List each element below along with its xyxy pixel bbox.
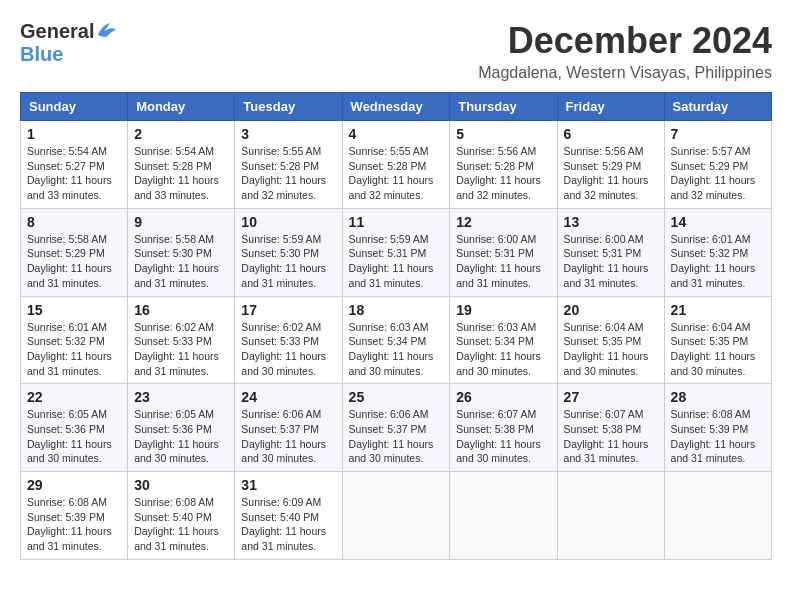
calendar-cell: 13Sunrise: 6:00 AM Sunset: 5:31 PM Dayli… [557,208,664,296]
title-section: December 2024 Magdalena, Western Visayas… [478,20,772,82]
calendar-cell [450,472,557,560]
calendar-cell: 29Sunrise: 6:08 AM Sunset: 5:39 PM Dayli… [21,472,128,560]
calendar-cell [342,472,450,560]
header: General Blue December 2024 Magdalena, We… [20,20,772,82]
logo: General Blue [20,20,118,66]
day-number: 12 [456,214,550,230]
day-info: Sunrise: 5:59 AM Sunset: 5:31 PM Dayligh… [349,232,444,291]
day-info: Sunrise: 5:54 AM Sunset: 5:27 PM Dayligh… [27,144,121,203]
calendar-week-1: 1Sunrise: 5:54 AM Sunset: 5:27 PM Daylig… [21,121,772,209]
day-info: Sunrise: 6:07 AM Sunset: 5:38 PM Dayligh… [564,407,658,466]
day-number: 6 [564,126,658,142]
day-info: Sunrise: 6:06 AM Sunset: 5:37 PM Dayligh… [241,407,335,466]
day-info: Sunrise: 5:56 AM Sunset: 5:29 PM Dayligh… [564,144,658,203]
calendar-cell: 24Sunrise: 6:06 AM Sunset: 5:37 PM Dayli… [235,384,342,472]
calendar-cell: 6Sunrise: 5:56 AM Sunset: 5:29 PM Daylig… [557,121,664,209]
day-info: Sunrise: 6:08 AM Sunset: 5:39 PM Dayligh… [27,495,121,554]
calendar-cell: 31Sunrise: 6:09 AM Sunset: 5:40 PM Dayli… [235,472,342,560]
calendar-cell: 5Sunrise: 5:56 AM Sunset: 5:28 PM Daylig… [450,121,557,209]
day-info: Sunrise: 6:04 AM Sunset: 5:35 PM Dayligh… [671,320,765,379]
day-info: Sunrise: 5:58 AM Sunset: 5:29 PM Dayligh… [27,232,121,291]
day-info: Sunrise: 6:09 AM Sunset: 5:40 PM Dayligh… [241,495,335,554]
day-info: Sunrise: 6:01 AM Sunset: 5:32 PM Dayligh… [671,232,765,291]
calendar-cell: 25Sunrise: 6:06 AM Sunset: 5:37 PM Dayli… [342,384,450,472]
calendar-cell: 12Sunrise: 6:00 AM Sunset: 5:31 PM Dayli… [450,208,557,296]
day-number: 1 [27,126,121,142]
day-info: Sunrise: 5:54 AM Sunset: 5:28 PM Dayligh… [134,144,228,203]
calendar-cell: 1Sunrise: 5:54 AM Sunset: 5:27 PM Daylig… [21,121,128,209]
calendar-week-3: 15Sunrise: 6:01 AM Sunset: 5:32 PM Dayli… [21,296,772,384]
day-number: 26 [456,389,550,405]
day-number: 25 [349,389,444,405]
logo-general-text: General [20,20,94,43]
calendar-cell: 11Sunrise: 5:59 AM Sunset: 5:31 PM Dayli… [342,208,450,296]
weekday-header-monday: Monday [128,93,235,121]
day-info: Sunrise: 5:57 AM Sunset: 5:29 PM Dayligh… [671,144,765,203]
day-number: 21 [671,302,765,318]
day-info: Sunrise: 5:56 AM Sunset: 5:28 PM Dayligh… [456,144,550,203]
day-number: 23 [134,389,228,405]
calendar-cell: 30Sunrise: 6:08 AM Sunset: 5:40 PM Dayli… [128,472,235,560]
calendar-cell [664,472,771,560]
day-info: Sunrise: 6:08 AM Sunset: 5:39 PM Dayligh… [671,407,765,466]
weekday-header-saturday: Saturday [664,93,771,121]
calendar-cell: 7Sunrise: 5:57 AM Sunset: 5:29 PM Daylig… [664,121,771,209]
day-number: 31 [241,477,335,493]
day-info: Sunrise: 6:03 AM Sunset: 5:34 PM Dayligh… [456,320,550,379]
day-info: Sunrise: 6:00 AM Sunset: 5:31 PM Dayligh… [456,232,550,291]
calendar-cell: 21Sunrise: 6:04 AM Sunset: 5:35 PM Dayli… [664,296,771,384]
calendar-cell: 26Sunrise: 6:07 AM Sunset: 5:38 PM Dayli… [450,384,557,472]
day-number: 13 [564,214,658,230]
weekday-header-thursday: Thursday [450,93,557,121]
calendar-week-4: 22Sunrise: 6:05 AM Sunset: 5:36 PM Dayli… [21,384,772,472]
day-info: Sunrise: 6:01 AM Sunset: 5:32 PM Dayligh… [27,320,121,379]
weekday-header-sunday: Sunday [21,93,128,121]
day-number: 19 [456,302,550,318]
location-title: Magdalena, Western Visayas, Philippines [478,64,772,82]
calendar-week-5: 29Sunrise: 6:08 AM Sunset: 5:39 PM Dayli… [21,472,772,560]
day-info: Sunrise: 6:08 AM Sunset: 5:40 PM Dayligh… [134,495,228,554]
day-info: Sunrise: 6:03 AM Sunset: 5:34 PM Dayligh… [349,320,444,379]
calendar-cell: 4Sunrise: 5:55 AM Sunset: 5:28 PM Daylig… [342,121,450,209]
calendar-cell: 9Sunrise: 5:58 AM Sunset: 5:30 PM Daylig… [128,208,235,296]
calendar-cell [557,472,664,560]
day-number: 11 [349,214,444,230]
day-number: 8 [27,214,121,230]
day-number: 17 [241,302,335,318]
day-number: 9 [134,214,228,230]
calendar-table: SundayMondayTuesdayWednesdayThursdayFrid… [20,92,772,560]
calendar-cell: 16Sunrise: 6:02 AM Sunset: 5:33 PM Dayli… [128,296,235,384]
calendar-cell: 17Sunrise: 6:02 AM Sunset: 5:33 PM Dayli… [235,296,342,384]
calendar-cell: 3Sunrise: 5:55 AM Sunset: 5:28 PM Daylig… [235,121,342,209]
calendar-cell: 23Sunrise: 6:05 AM Sunset: 5:36 PM Dayli… [128,384,235,472]
day-number: 15 [27,302,121,318]
day-info: Sunrise: 5:58 AM Sunset: 5:30 PM Dayligh… [134,232,228,291]
calendar-cell: 10Sunrise: 5:59 AM Sunset: 5:30 PM Dayli… [235,208,342,296]
calendar-cell: 18Sunrise: 6:03 AM Sunset: 5:34 PM Dayli… [342,296,450,384]
calendar-week-2: 8Sunrise: 5:58 AM Sunset: 5:29 PM Daylig… [21,208,772,296]
day-info: Sunrise: 6:02 AM Sunset: 5:33 PM Dayligh… [134,320,228,379]
weekday-header-friday: Friday [557,93,664,121]
day-number: 14 [671,214,765,230]
calendar-cell: 19Sunrise: 6:03 AM Sunset: 5:34 PM Dayli… [450,296,557,384]
day-number: 20 [564,302,658,318]
logo-blue-text: Blue [20,43,63,66]
calendar-cell: 2Sunrise: 5:54 AM Sunset: 5:28 PM Daylig… [128,121,235,209]
day-number: 7 [671,126,765,142]
day-number: 28 [671,389,765,405]
day-number: 10 [241,214,335,230]
day-number: 3 [241,126,335,142]
calendar-cell: 28Sunrise: 6:08 AM Sunset: 5:39 PM Dayli… [664,384,771,472]
month-title: December 2024 [478,20,772,62]
day-number: 24 [241,389,335,405]
calendar-cell: 22Sunrise: 6:05 AM Sunset: 5:36 PM Dayli… [21,384,128,472]
day-info: Sunrise: 5:59 AM Sunset: 5:30 PM Dayligh… [241,232,335,291]
day-info: Sunrise: 5:55 AM Sunset: 5:28 PM Dayligh… [241,144,335,203]
day-number: 4 [349,126,444,142]
calendar-cell: 20Sunrise: 6:04 AM Sunset: 5:35 PM Dayli… [557,296,664,384]
logo-bird-icon [96,21,118,39]
day-number: 18 [349,302,444,318]
day-number: 30 [134,477,228,493]
weekday-header-tuesday: Tuesday [235,93,342,121]
day-number: 29 [27,477,121,493]
